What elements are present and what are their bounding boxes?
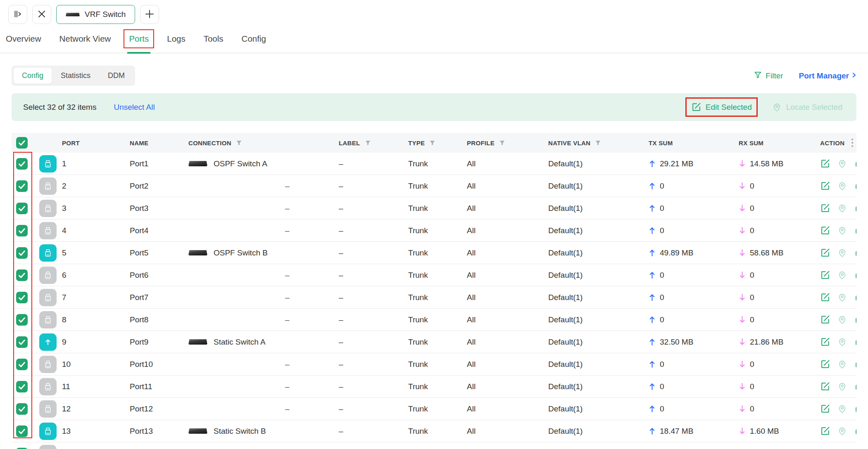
tab-config[interactable]: Config (242, 33, 266, 53)
locate-selected-button[interactable]: Locate Selected (772, 102, 842, 112)
row-checkbox[interactable] (12, 376, 36, 397)
locate-port-button[interactable] (837, 203, 847, 213)
subtab-statistics[interactable]: Statistics (52, 68, 99, 84)
locate-port-button[interactable] (837, 225, 847, 236)
column-header-type[interactable]: TYPE (404, 133, 463, 153)
row-checkbox[interactable] (12, 175, 36, 197)
action-cell (816, 398, 856, 420)
locate-port-button[interactable] (837, 314, 847, 325)
kebab-menu-icon[interactable] (851, 137, 856, 148)
row-checkbox[interactable] (12, 442, 36, 449)
edit-port-button[interactable] (820, 426, 830, 436)
add-device-tab-button[interactable] (140, 5, 159, 24)
row-checkbox[interactable] (12, 286, 36, 308)
native-vlan-text: Default(1) (548, 271, 583, 280)
clear-counters-button[interactable] (854, 181, 856, 191)
edit-port-button[interactable] (820, 381, 830, 392)
locate-port-button[interactable] (837, 270, 847, 280)
column-header-action[interactable]: ACTION (816, 133, 856, 153)
edit-port-button[interactable] (820, 404, 830, 414)
port-name: Port11 (126, 376, 184, 397)
filter-button[interactable]: Filter (754, 71, 783, 81)
edit-port-button[interactable] (820, 359, 830, 369)
tab-logs[interactable]: Logs (167, 33, 185, 53)
locate-port-button[interactable] (837, 404, 847, 414)
column-header-connection[interactable]: CONNECTION (184, 133, 335, 153)
locate-port-button[interactable] (837, 292, 847, 302)
row-checkbox[interactable] (12, 398, 36, 420)
filter-funnel-icon[interactable] (499, 140, 505, 146)
ethernet-port-icon (39, 356, 57, 373)
row-checkbox[interactable] (12, 420, 36, 442)
edit-port-button[interactable] (820, 203, 830, 213)
row-checkbox[interactable] (12, 220, 36, 241)
subtab-config[interactable]: Config (14, 68, 52, 84)
edit-port-button[interactable] (820, 181, 830, 191)
row-checkbox[interactable] (12, 309, 36, 331)
tab-ports[interactable]: Ports (129, 33, 149, 53)
column-header-label[interactable]: LABEL (335, 133, 404, 153)
column-header-rx[interactable]: RX SUM (735, 133, 816, 153)
column-header-tx[interactable]: TX SUM (644, 133, 735, 153)
port-name-text: Port7 (130, 293, 148, 302)
port-manager-link[interactable]: Port Manager (799, 71, 856, 80)
tab-tools[interactable]: Tools (204, 33, 224, 53)
clear-counters-button[interactable] (854, 381, 856, 392)
locate-port-button[interactable] (837, 337, 847, 347)
edit-port-button[interactable] (820, 270, 830, 280)
column-header-name[interactable]: NAME (126, 133, 184, 153)
device-tab[interactable]: VRF Switch (56, 5, 135, 24)
rx-down-arrow-icon (739, 249, 746, 257)
unselect-all-link[interactable]: Unselect All (114, 103, 155, 112)
column-header-profile[interactable]: PROFILE (463, 133, 544, 153)
clear-counters-button[interactable] (854, 359, 856, 369)
filter-funnel-icon[interactable] (595, 140, 601, 146)
tab-network-view[interactable]: Network View (59, 33, 111, 53)
clear-counters-button[interactable] (854, 270, 856, 280)
edit-port-button[interactable] (820, 158, 830, 169)
column-header-port[interactable]: PORT (58, 133, 126, 153)
clear-counters-button[interactable] (854, 292, 856, 302)
tab-overview[interactable]: Overview (6, 33, 41, 53)
tx-up-arrow-icon (649, 182, 656, 190)
select-all-checkbox[interactable] (12, 133, 36, 153)
row-checkbox[interactable] (12, 264, 36, 286)
locate-port-button[interactable] (837, 248, 847, 258)
close-device-button[interactable] (32, 5, 51, 24)
row-checkbox[interactable] (12, 153, 36, 175)
edit-port-button[interactable] (820, 225, 830, 236)
clear-counters-button[interactable] (854, 248, 856, 258)
port-label: – (335, 220, 404, 241)
edit-selected-button[interactable]: Edit Selected (691, 102, 752, 112)
locate-port-button[interactable] (837, 359, 847, 369)
filter-funnel-icon[interactable] (430, 140, 435, 146)
collapse-panel-button[interactable] (8, 5, 27, 24)
row-checkbox[interactable] (12, 353, 36, 375)
row-checkbox[interactable] (12, 242, 36, 264)
row-checkbox[interactable] (12, 331, 36, 353)
port-profile-text: All (467, 315, 476, 324)
filter-funnel-icon[interactable] (236, 140, 242, 146)
locate-port-button[interactable] (837, 426, 847, 436)
edit-port-button[interactable] (820, 292, 830, 302)
column-header-native_vlan[interactable]: NATIVE VLAN (544, 133, 644, 153)
clear-counters-button[interactable] (854, 404, 856, 414)
clear-counters-button[interactable] (854, 426, 856, 436)
edit-port-button[interactable] (820, 314, 830, 325)
port-name: Port7 (126, 286, 184, 308)
clear-counters-button[interactable] (854, 337, 856, 347)
edit-port-button[interactable] (820, 337, 830, 347)
row-checkbox[interactable] (12, 197, 36, 219)
locate-port-button[interactable] (837, 181, 847, 191)
clear-counters-button[interactable] (854, 314, 856, 325)
clear-counters-button[interactable] (854, 158, 856, 169)
filter-funnel-icon[interactable] (365, 140, 371, 146)
subtab-ddm[interactable]: DDM (100, 68, 133, 84)
locate-port-button[interactable] (837, 381, 847, 392)
locate-port-button[interactable] (837, 158, 847, 169)
column-label: TYPE (408, 139, 425, 147)
port-number-text: 13 (62, 427, 71, 436)
clear-counters-button[interactable] (854, 225, 856, 236)
clear-counters-button[interactable] (854, 203, 856, 213)
edit-port-button[interactable] (820, 248, 830, 258)
